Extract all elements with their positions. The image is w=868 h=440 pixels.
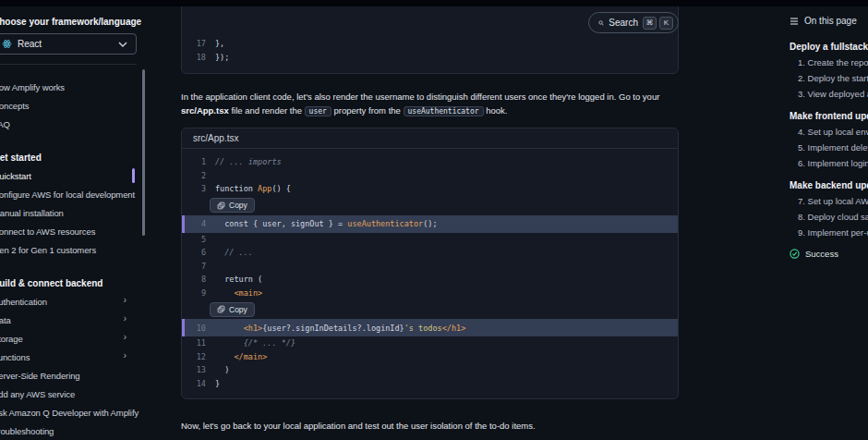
copy-button[interactable]: Copy bbox=[210, 302, 255, 317]
code-line: 3function App() { bbox=[182, 182, 678, 196]
code-line: 5 bbox=[182, 233, 678, 247]
code-line: 7 bbox=[182, 260, 678, 274]
line-number: 4 bbox=[187, 219, 206, 228]
copy-row: Copy bbox=[182, 299, 678, 319]
check-circle-icon bbox=[790, 249, 800, 259]
sidebar-item-label: Server-Side Rendering bbox=[0, 371, 80, 381]
paragraph-text: In the application client code, let's al… bbox=[181, 92, 659, 102]
sidebar-item[interactable]: Manual installation bbox=[0, 203, 143, 222]
sidebar-section-header: Get started bbox=[0, 148, 143, 166]
sidebar-item-label: Concepts bbox=[0, 101, 29, 111]
code-line: 12 </main> bbox=[182, 350, 678, 364]
code-line: 17}, bbox=[182, 37, 678, 51]
sidebar-item[interactable]: Gen 2 for Gen 1 customers bbox=[0, 240, 143, 259]
sidebar-item[interactable]: FAQ bbox=[0, 115, 143, 133]
copy-icon bbox=[217, 305, 225, 313]
line-number: 5 bbox=[187, 235, 206, 244]
toc-item-success[interactable]: Success bbox=[790, 247, 868, 260]
toc-item-link[interactable]: 7. Set up local AWS credentials bbox=[790, 193, 868, 209]
line-number: 13 bbox=[187, 365, 206, 374]
search-button[interactable]: Search ⌘K bbox=[588, 12, 679, 33]
code-text: function App() { bbox=[215, 184, 291, 193]
paragraph-1: In the application client code, let's al… bbox=[181, 90, 679, 118]
sidebar-item-label: Configure AWS for local development bbox=[0, 189, 135, 200]
sidebar-item[interactable]: Authentication› bbox=[0, 292, 143, 311]
inline-code-chip: useAuthenticator bbox=[404, 106, 484, 116]
sidebar-item[interactable]: Add any AWS service bbox=[0, 385, 143, 403]
toc-item-link[interactable]: 8. Deploy cloud sandbox bbox=[790, 209, 868, 225]
sidebar-item[interactable]: Troubleshooting bbox=[0, 422, 143, 440]
toc-item-link[interactable]: 1. Create the repository bbox=[790, 55, 868, 70]
sidebar-item[interactable]: Server-Side Rendering bbox=[0, 366, 143, 385]
sidebar-item[interactable]: How Amplify works bbox=[0, 78, 143, 96]
toc-item-link[interactable]: 6. Implement login UI bbox=[790, 155, 868, 171]
sidebar-item-label: Storage bbox=[0, 334, 23, 344]
line-number: 1 bbox=[187, 157, 206, 166]
code-line: 8 return ( bbox=[182, 273, 678, 287]
sidebar-sections: Get startedQuickstartConfigure AWS for l… bbox=[0, 148, 143, 440]
paragraph-text: property from the bbox=[332, 105, 404, 116]
toc-item-link[interactable]: 4. Set up local environment bbox=[790, 124, 868, 140]
line-number: 2 bbox=[187, 171, 206, 180]
amplify-docs-page: Choose your framework/language React How… bbox=[0, 0, 868, 440]
toc-item-link[interactable]: 5. Implement delete functionality bbox=[790, 140, 868, 155]
sidebar-item[interactable]: Data› bbox=[0, 311, 143, 329]
left-sidebar: Choose your framework/language React How… bbox=[0, 6, 148, 440]
toc-section-header: Make frontend updates bbox=[790, 107, 868, 124]
sidebar-item-active[interactable]: Quickstart bbox=[0, 166, 143, 185]
framework-label: Choose your framework/language bbox=[0, 17, 143, 27]
toc-item-link[interactable]: 2. Deploy the starter app bbox=[790, 70, 868, 86]
react-logo-icon bbox=[2, 39, 12, 49]
sidebar-item-label: Ask Amazon Q Developer with Amplify bbox=[0, 408, 139, 418]
code-text: // ... bbox=[215, 248, 253, 257]
sidebar-item[interactable]: Configure AWS for local development bbox=[0, 185, 143, 203]
sidebar-item-label: Add any AWS service bbox=[0, 389, 75, 399]
line-number: 9 bbox=[187, 288, 206, 298]
sidebar-item-label: Functions bbox=[0, 352, 30, 362]
sidebar-item-label: Gen 2 for Gen 1 customers bbox=[0, 245, 96, 255]
line-number: 6 bbox=[187, 248, 206, 257]
code-lines: 1// ... imports23function App() {Copy4 c… bbox=[182, 149, 678, 398]
copy-icon bbox=[217, 202, 225, 210]
paragraph-text: hook. bbox=[484, 105, 508, 116]
active-item-indicator bbox=[132, 168, 135, 183]
sidebar-scrollbar[interactable] bbox=[142, 69, 145, 236]
code-block-partial: 17},18}); bbox=[181, 0, 679, 74]
search-icon bbox=[598, 18, 604, 28]
paragraph-text: file and render the bbox=[229, 105, 305, 116]
on-this-page-panel: On this page Deploy a fullstack app1. Cr… bbox=[790, 6, 868, 260]
code-line: 9 <main> bbox=[182, 287, 678, 300]
paragraph-2: Now, let's go back to your local applica… bbox=[181, 419, 679, 433]
code-block: src/App.tsx 1// ... imports23function Ap… bbox=[181, 128, 679, 399]
window-top-strip bbox=[0, 0, 868, 6]
code-text: return ( bbox=[215, 275, 262, 284]
sidebar-item-label: Connect to AWS resources bbox=[0, 226, 95, 237]
toc-item-link[interactable]: 9. Implement per-user authorization bbox=[790, 225, 868, 240]
sidebar-item[interactable]: Connect to AWS resources bbox=[0, 222, 143, 240]
chevron-right-icon: › bbox=[123, 332, 127, 342]
code-text: }); bbox=[215, 53, 229, 62]
framework-select[interactable]: React bbox=[0, 33, 137, 55]
code-line-highlighted: 10 <h1>{user?.signInDetails?.loginId}'s … bbox=[182, 319, 678, 336]
copy-button[interactable]: Copy bbox=[210, 198, 255, 213]
code-text: <main> bbox=[215, 288, 262, 298]
code-text: }, bbox=[215, 39, 224, 48]
partial-code-lines: 17},18}); bbox=[182, 37, 678, 64]
toc-section-header: Deploy a fullstack app bbox=[790, 38, 868, 55]
sidebar-item[interactable]: Ask Amazon Q Developer with Amplify bbox=[0, 403, 143, 422]
line-number: 3 bbox=[187, 184, 206, 193]
code-line: 6 // ... bbox=[182, 246, 678, 260]
sidebar-item-label: Manual installation bbox=[0, 208, 64, 218]
sidebar-item[interactable]: Functions› bbox=[0, 348, 143, 366]
chevron-right-icon: › bbox=[123, 295, 127, 305]
code-line: 1// ... imports bbox=[182, 155, 678, 169]
line-number: 18 bbox=[187, 53, 206, 62]
bold-text: src/App.tsx bbox=[181, 105, 229, 116]
toc-title-label: On this page bbox=[804, 16, 857, 26]
sidebar-item[interactable]: Storage› bbox=[0, 329, 143, 348]
toc-item-link[interactable]: 3. View deployed app bbox=[790, 86, 868, 102]
sidebar-item[interactable]: Concepts bbox=[0, 96, 143, 115]
line-number: 10 bbox=[187, 324, 206, 333]
sidebar-section-header: Build & connect backend bbox=[0, 274, 143, 292]
code-text: const { user, signOut } = useAuthenticat… bbox=[215, 219, 438, 228]
